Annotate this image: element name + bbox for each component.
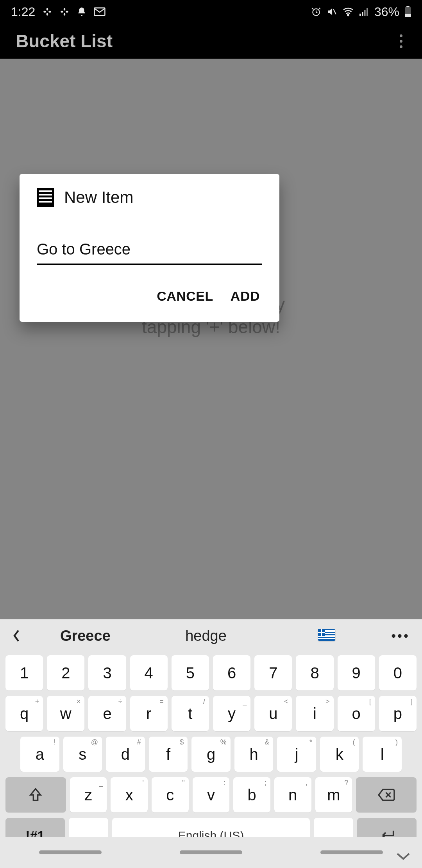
add-button[interactable]: ADD: [231, 289, 260, 304]
key-7[interactable]: 7: [254, 655, 292, 690]
key-4[interactable]: 4: [130, 655, 168, 690]
battery-icon: [405, 6, 411, 17]
dialog-title: New Item: [64, 188, 133, 207]
svg-rect-16: [406, 6, 409, 7]
keyboard-collapse-button[interactable]: [395, 852, 411, 861]
svg-rect-1: [49, 11, 52, 13]
svg-point-11: [347, 14, 349, 16]
dialog-field: [37, 238, 262, 265]
suggestion-more-button[interactable]: •••: [387, 628, 414, 644]
key-c[interactable]: c": [152, 777, 189, 812]
key-0[interactable]: 0: [379, 655, 417, 690]
svg-rect-15: [367, 8, 368, 16]
key-v[interactable]: v:: [193, 777, 230, 812]
nav-bar: [0, 837, 422, 868]
nav-recents[interactable]: [39, 850, 102, 854]
svg-line-10: [333, 9, 336, 14]
svg-rect-5: [66, 11, 69, 13]
key-b[interactable]: b;: [233, 777, 270, 812]
key-h[interactable]: h&: [234, 737, 274, 772]
key-5[interactable]: 5: [172, 655, 209, 690]
key-f[interactable]: f$: [149, 737, 188, 772]
signal-icon: [359, 7, 369, 16]
battery-text: 36%: [374, 5, 399, 19]
slack-icon: [42, 7, 52, 17]
cancel-button[interactable]: CANCEL: [157, 289, 213, 304]
svg-rect-0: [44, 11, 46, 13]
key-l[interactable]: l): [363, 737, 402, 772]
key-g[interactable]: g%: [191, 737, 231, 772]
suggestion-back-button[interactable]: [8, 629, 25, 642]
backspace-key[interactable]: [356, 777, 417, 812]
mute-icon: [327, 7, 337, 17]
suggestion-item[interactable]: Greece: [25, 628, 146, 644]
svg-rect-12: [359, 14, 361, 16]
key-x[interactable]: x': [111, 777, 148, 812]
status-bar: 1:22 36%: [0, 0, 422, 23]
key-1[interactable]: 1: [5, 655, 43, 690]
key-rows: 1234567890 q+w×e÷r=t/y_u<i>o[p] a!s@d#f$…: [0, 652, 422, 868]
wifi-icon: [342, 7, 354, 16]
key-6[interactable]: 6: [213, 655, 250, 690]
key-r[interactable]: r=: [130, 696, 168, 731]
svg-rect-2: [46, 8, 48, 11]
svg-rect-14: [364, 10, 366, 16]
key-w[interactable]: w×: [47, 696, 84, 731]
key-p[interactable]: p]: [379, 696, 417, 731]
key-j[interactable]: j*: [277, 737, 316, 772]
item-name-input[interactable]: [37, 238, 262, 265]
svg-rect-4: [61, 11, 64, 13]
list-icon: [37, 188, 54, 207]
nav-home[interactable]: [180, 850, 242, 854]
key-z[interactable]: z_: [70, 777, 107, 812]
gmail-icon: [94, 7, 106, 16]
key-i[interactable]: i>: [296, 696, 333, 731]
key-e[interactable]: e÷: [88, 696, 126, 731]
dialog-header: New Item: [20, 174, 279, 207]
key-s[interactable]: s@: [63, 737, 102, 772]
notification-bell-icon: [77, 6, 87, 17]
key-m[interactable]: m?: [315, 777, 352, 812]
suggestion-bar: Greece hedge •••: [0, 619, 422, 652]
svg-rect-7: [64, 13, 65, 16]
svg-rect-13: [362, 12, 363, 16]
slack-icon: [59, 7, 70, 17]
key-3[interactable]: 3: [88, 655, 126, 690]
key-o[interactable]: o[: [338, 696, 375, 731]
svg-rect-6: [64, 8, 65, 11]
key-d[interactable]: d#: [106, 737, 145, 772]
new-item-dialog: New Item CANCEL ADD: [20, 174, 279, 322]
svg-rect-18: [405, 14, 411, 17]
status-left: 1:22: [11, 5, 106, 19]
key-y[interactable]: y_: [213, 696, 250, 731]
greece-flag-icon: [318, 629, 335, 641]
app-bar: Bucket List: [0, 23, 422, 59]
key-a[interactable]: a!: [20, 737, 59, 772]
soft-keyboard: Greece hedge ••• 1234567890 q+w×e÷r=t/y_…: [0, 619, 422, 868]
key-8[interactable]: 8: [296, 655, 333, 690]
key-k[interactable]: k(: [320, 737, 359, 772]
svg-rect-3: [46, 13, 48, 16]
key-u[interactable]: u<: [254, 696, 292, 731]
dialog-actions: CANCEL ADD: [20, 265, 279, 318]
alarm-icon: [311, 7, 321, 17]
key-2[interactable]: 2: [47, 655, 84, 690]
key-n[interactable]: n,: [274, 777, 311, 812]
page-title: Bucket List: [16, 30, 113, 52]
nav-back[interactable]: [320, 850, 383, 854]
suggestion-item[interactable]: [266, 628, 387, 644]
status-time: 1:22: [11, 5, 35, 19]
suggestion-item[interactable]: hedge: [146, 628, 266, 644]
key-9[interactable]: 9: [338, 655, 375, 690]
shift-key[interactable]: [5, 777, 66, 812]
key-t[interactable]: t/: [172, 696, 209, 731]
overflow-menu-button[interactable]: [396, 30, 406, 52]
status-right: 36%: [311, 5, 411, 19]
key-q[interactable]: q+: [5, 696, 43, 731]
